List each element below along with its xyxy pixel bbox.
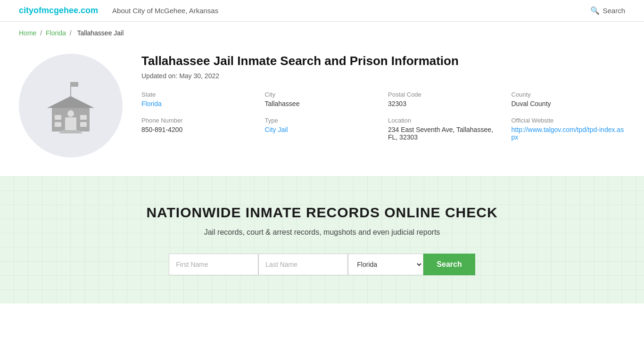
svg-rect-1 (71, 82, 78, 87)
field-county: County Duval County (512, 91, 626, 107)
svg-marker-3 (47, 96, 94, 108)
type-label: Type (265, 117, 379, 124)
state-select[interactable]: AlabamaAlaskaArizonaArkansasCaliforniaCo… (348, 254, 423, 275)
field-website: Official Website http://www.talgov.com/t… (512, 117, 626, 141)
main-content: Tallahassee Jail Inmate Search and Priso… (0, 44, 644, 176)
field-city: City Tallahassee (265, 91, 379, 107)
info-grid: State Florida City Tallahassee Postal Co… (141, 91, 625, 141)
header-search[interactable]: 🔍 Search (590, 6, 625, 15)
location-label: Location (388, 117, 502, 124)
svg-rect-11 (59, 132, 82, 133)
postal-value: 32303 (388, 100, 502, 107)
svg-point-5 (67, 110, 74, 117)
svg-rect-8 (80, 115, 87, 120)
search-button[interactable]: Search (423, 254, 475, 275)
field-postal: Postal Code 32303 (388, 91, 502, 107)
svg-rect-9 (80, 122, 87, 127)
svg-rect-4 (65, 117, 76, 132)
breadcrumb-florida[interactable]: Florida (46, 29, 66, 37)
svg-rect-7 (55, 122, 61, 127)
site-logo[interactable]: cityofmcgehee.com (19, 6, 98, 16)
facility-updated: Updated on: May 30, 2022 (141, 72, 625, 80)
info-section: Tallahassee Jail Inmate Search and Priso… (141, 54, 625, 141)
website-value[interactable]: http://www.talgov.com/tpd/tpd-index.aspx (512, 126, 626, 141)
header-left: cityofmcgehee.com About City of McGehee,… (19, 6, 218, 16)
county-label: County (512, 91, 626, 98)
phone-value: 850-891-4200 (141, 126, 256, 133)
field-state: State Florida (141, 91, 256, 107)
city-value: Tallahassee (265, 100, 379, 107)
breadcrumb-home[interactable]: Home (19, 29, 36, 37)
facility-title: Tallahassee Jail Inmate Search and Priso… (141, 54, 625, 68)
first-name-input[interactable] (169, 254, 258, 275)
location-value: 234 East Seventh Ave, Tallahassee, FL, 3… (388, 126, 502, 141)
city-label: City (265, 91, 379, 98)
header: cityofmcgehee.com About City of McGehee,… (0, 0, 644, 22)
header-search-label: Search (603, 7, 625, 15)
header-nav: About City of McGehee, Arkansas (112, 7, 218, 15)
nationwide-title: NATIONWIDE INMATE RECORDS ONLINE CHECK (19, 205, 625, 221)
breadcrumb-sep1: / (40, 29, 44, 37)
field-location: Location 234 East Seventh Ave, Tallahass… (388, 117, 502, 141)
last-name-input[interactable] (258, 254, 348, 275)
svg-rect-6 (55, 115, 61, 120)
building-svg (38, 73, 104, 139)
breadcrumb-current: Tallahassee Jail (77, 29, 124, 37)
state-label: State (141, 91, 256, 98)
nationwide-section: NATIONWIDE INMATE RECORDS ONLINE CHECK J… (0, 176, 644, 304)
phone-label: Phone Number (141, 117, 256, 124)
facility-image (19, 54, 123, 157)
nationwide-subtitle: Jail records, court & arrest records, mu… (19, 228, 625, 237)
breadcrumb-sep2: / (70, 29, 74, 37)
county-value: Duval County (512, 100, 626, 107)
inmate-search-form: AlabamaAlaskaArizonaArkansasCaliforniaCo… (19, 254, 625, 275)
type-value[interactable]: City Jail (265, 126, 379, 133)
breadcrumb: Home / Florida / Tallahassee Jail (0, 22, 644, 44)
postal-label: Postal Code (388, 91, 502, 98)
state-value[interactable]: Florida (141, 100, 256, 107)
field-type: Type City Jail (265, 117, 379, 141)
search-icon: 🔍 (590, 6, 600, 15)
field-phone: Phone Number 850-891-4200 (141, 117, 256, 141)
website-label: Official Website (512, 117, 626, 124)
